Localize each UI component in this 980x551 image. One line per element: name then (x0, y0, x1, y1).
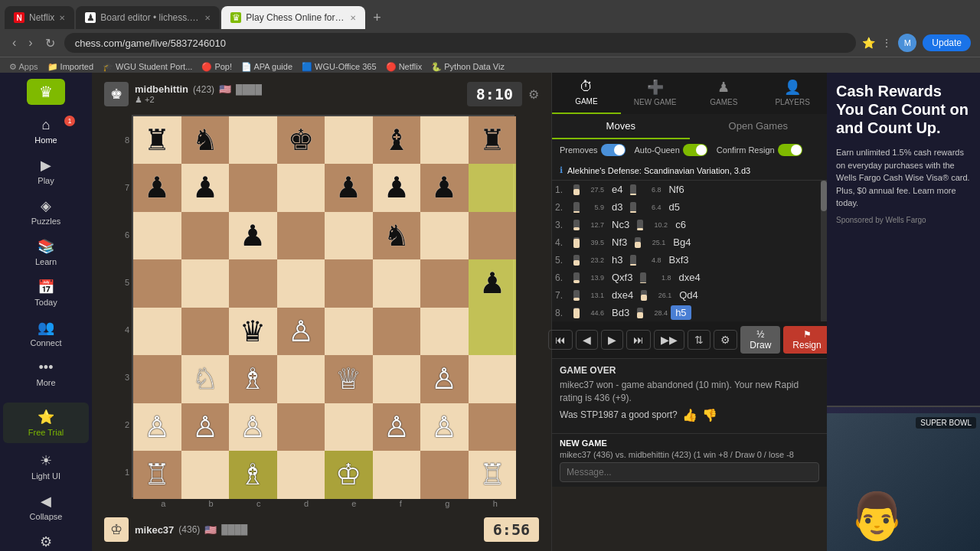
auto-play-button[interactable]: ▶▶ (654, 330, 684, 350)
profile-avatar[interactable]: M (898, 34, 916, 52)
white-move-button[interactable]: Qxf3 (607, 270, 637, 285)
last-move-button[interactable]: ⏭ (626, 330, 651, 350)
auto-queen-toggle[interactable] (683, 144, 707, 156)
square[interactable] (133, 308, 181, 356)
square[interactable] (325, 403, 373, 452)
square[interactable] (277, 403, 325, 452)
sidebar-item-learn[interactable]: 📚 Learn (0, 232, 92, 272)
bookmark-office[interactable]: 🟦 WGU-Office 365 (302, 62, 377, 72)
square[interactable]: ♟ (325, 164, 373, 212)
chess-board[interactable]: ♜♞♚♝♜♟♟♟♟♟♟♞♟♛♙♘♗♕♙♙♙♙♙♙♖♗♔♖ (132, 115, 514, 497)
square[interactable] (181, 259, 230, 308)
flip-board-button[interactable]: ⇅ (688, 330, 710, 350)
square[interactable]: ♝ (373, 116, 421, 165)
reload-button[interactable]: ↻ (42, 34, 58, 52)
square[interactable]: ♟ (181, 164, 230, 212)
bookmark-apa[interactable]: 📄 APA guide (241, 62, 292, 72)
square[interactable]: ♜ (469, 116, 517, 165)
square[interactable]: ♙ (277, 308, 325, 356)
square[interactable] (420, 212, 469, 260)
moves-tab-open-games[interactable]: Open Games (690, 114, 828, 139)
nav-tab-game[interactable]: ⏱ GAME (552, 73, 621, 114)
update-button[interactable]: Update (923, 34, 971, 51)
draw-button[interactable]: ½ Draw (740, 326, 780, 354)
sidebar-item-light-ui[interactable]: ☀ Light UI (0, 446, 92, 487)
square[interactable] (325, 212, 373, 260)
white-move-button[interactable]: e4 (607, 182, 627, 197)
square[interactable]: ♕ (325, 355, 373, 403)
square[interactable] (325, 259, 373, 308)
white-move-button[interactable]: Nf3 (607, 235, 632, 249)
nav-tab-new-game[interactable]: ➕ NEW GAME (621, 73, 690, 114)
tab-netflix[interactable]: N Netflix ✕ (5, 6, 74, 29)
forward-button[interactable]: › (25, 34, 35, 51)
thumbs-up-button[interactable]: 👍 (682, 408, 697, 422)
tab-chess[interactable]: ♛ Play Chess Online for FREE ✕ (221, 6, 365, 29)
sidebar-item-free-trial[interactable]: ⭐ Free Trial (3, 403, 89, 443)
white-move-button[interactable]: Nc3 (607, 217, 634, 232)
square[interactable]: ♟ (373, 164, 421, 212)
square[interactable]: ♛ (229, 308, 277, 356)
black-move-button[interactable]: h5 (671, 305, 691, 320)
square[interactable] (469, 403, 517, 452)
confirm-resign-toggle[interactable] (778, 144, 802, 156)
next-move-button[interactable]: ▶ (601, 330, 623, 350)
square[interactable] (469, 355, 517, 403)
square[interactable] (277, 259, 325, 308)
resign-button[interactable]: ⚑ Resign (783, 326, 830, 354)
square[interactable]: ♗ (229, 451, 277, 499)
square[interactable]: ♗ (229, 355, 277, 403)
square[interactable]: ♞ (181, 116, 230, 165)
square[interactable] (373, 451, 421, 499)
white-move-button[interactable]: h3 (607, 253, 627, 267)
address-input[interactable] (64, 33, 857, 53)
analysis-button[interactable]: ⚙ (714, 330, 737, 350)
square[interactable] (420, 308, 469, 356)
sidebar-item-settings[interactable]: ⚙ Settings (0, 527, 92, 551)
sidebar-item-connect[interactable]: 👥 Connect (0, 313, 92, 354)
black-move-button[interactable]: Bg4 (668, 235, 695, 249)
premoves-toggle[interactable] (601, 144, 626, 156)
black-move-button[interactable]: dxe4 (674, 270, 704, 285)
black-move-button[interactable]: Qd4 (675, 288, 703, 302)
square[interactable]: ♙ (373, 403, 421, 452)
square[interactable]: ♙ (229, 403, 277, 452)
sidebar-item-home[interactable]: ⌂ Home 1 (0, 111, 92, 151)
square[interactable] (325, 116, 373, 165)
square[interactable] (420, 116, 469, 165)
square[interactable]: ♟ (133, 164, 181, 212)
square[interactable]: ♜ (133, 116, 181, 165)
square[interactable] (373, 355, 421, 403)
square[interactable] (277, 451, 325, 499)
square[interactable] (181, 451, 230, 499)
sidebar-item-puzzles[interactable]: ◈ Puzzles (0, 191, 92, 232)
square[interactable] (373, 308, 421, 356)
square[interactable] (133, 355, 181, 403)
sidebar-item-more[interactable]: ••• More (0, 354, 92, 393)
bookmark-imported[interactable]: 📁 Imported (47, 62, 93, 72)
square[interactable] (133, 259, 181, 308)
bookmark-wgu[interactable]: 🎓 WGU Student Port... (103, 62, 192, 72)
new-tab-button[interactable]: + (367, 7, 387, 29)
square[interactable] (469, 164, 517, 212)
square[interactable] (229, 116, 277, 165)
square[interactable]: ♖ (133, 451, 181, 499)
sidebar-item-play[interactable]: ▶ Play (0, 151, 92, 191)
square[interactable]: ♟ (420, 164, 469, 212)
black-move-button[interactable]: d5 (664, 200, 684, 214)
square[interactable]: ♟ (229, 212, 277, 260)
white-move-button[interactable]: Bd3 (607, 305, 634, 320)
square[interactable] (373, 259, 421, 308)
square[interactable] (229, 259, 277, 308)
moves-scrollbar[interactable] (821, 181, 827, 321)
sidebar-item-collapse[interactable]: ◀ Collapse (0, 487, 92, 527)
square[interactable] (420, 451, 469, 499)
square[interactable] (181, 308, 230, 356)
square[interactable]: ♙ (420, 403, 469, 452)
square[interactable] (133, 212, 181, 260)
tab-lichess[interactable]: ♟ Board editor • lichess.org ✕ (76, 6, 220, 29)
square[interactable] (229, 164, 277, 212)
black-move-button[interactable]: c6 (671, 217, 691, 232)
square[interactable] (469, 308, 517, 356)
black-move-button[interactable]: Bxf3 (664, 253, 693, 267)
